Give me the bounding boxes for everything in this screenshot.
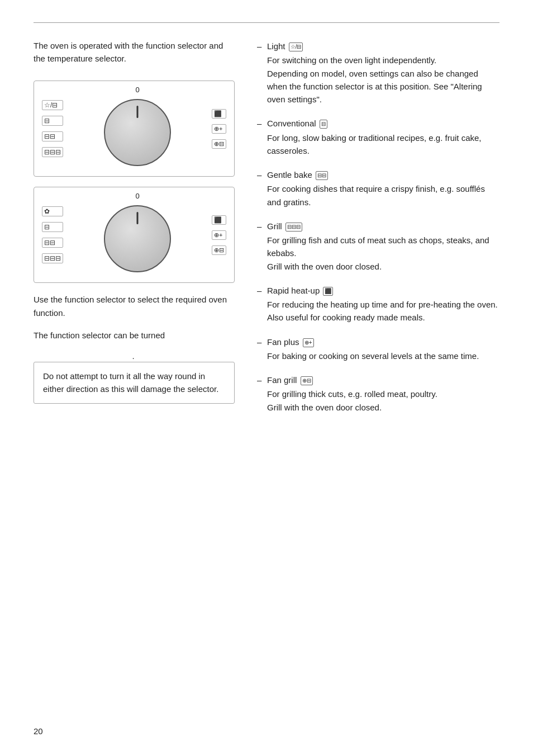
page-number: 20 <box>34 726 43 736</box>
item-desc-fan-grill: For grilling thick cuts, e.g. rolled mea… <box>267 388 499 414</box>
grill-icon: ⊟⊟⊟ <box>285 223 302 231</box>
function-text-2: The function selector can be turned <box>34 329 235 342</box>
fan-grill-icon: ⊕⊟ <box>301 376 313 385</box>
dial1-knob <box>104 99 171 166</box>
item-title-light: Light ☆/⊟ <box>267 41 303 51</box>
dial1-right-icons: ⬛ ⊕+ ⊕⊟ <box>212 109 226 149</box>
function-text-1: Use the function selector to select the … <box>34 293 235 320</box>
dial1-icon-rapid: ⬛ <box>212 109 226 119</box>
dial2-zero: 0 <box>135 192 139 200</box>
item-desc-grill: For grilling fish and cuts of meat such … <box>267 234 499 273</box>
left-column: The oven is operated with the function s… <box>34 40 235 425</box>
dial2-icon-fanplus: ⊕+ <box>212 230 226 240</box>
gentle-bake-icon: ⊟⊟ <box>316 171 328 180</box>
item-desc-gentle-bake: For cooking dishes that require a crispy… <box>267 182 499 209</box>
list-item-fan-grill: Fan grill ⊕⊟ For grilling thick cuts, e.… <box>257 374 499 414</box>
page: The oven is operated with the function s… <box>0 0 533 756</box>
top-rule <box>34 22 499 23</box>
dial2-icon-conv: ⊟ <box>42 222 63 232</box>
dial2-icon-rapid: ⬛ <box>212 215 226 225</box>
dial1-icon-light: ☆/⊟ <box>42 100 63 110</box>
item-title-fan-plus: Fan plus ⊕+ <box>267 337 314 347</box>
right-column: Light ☆/⊟ For switching on the oven ligh… <box>257 40 499 425</box>
dial1-icon-fangrill: ⊕⊟ <box>212 139 226 149</box>
feature-list: Light ☆/⊟ For switching on the oven ligh… <box>257 40 499 414</box>
dial2-icon-fangrill: ⊕⊟ <box>212 245 226 255</box>
item-title-grill: Grill ⊟⊟⊟ <box>267 221 302 231</box>
warning-text: Do not attempt to turn it all the way ro… <box>43 371 218 394</box>
item-title-conventional: Conventional ⊟ <box>267 119 327 128</box>
item-desc-conventional: For long, slow baking or traditional rec… <box>267 131 499 158</box>
item-title-fan-grill: Fan grill ⊕⊟ <box>267 375 313 385</box>
item-desc-fan-plus: For baking or cooking on several levels … <box>267 349 499 362</box>
list-item-fan-plus: Fan plus ⊕+ For baking or cooking on sev… <box>257 336 499 363</box>
list-item-grill: Grill ⊟⊟⊟ For grilling fish and cuts of … <box>257 220 499 273</box>
dial1-icon-fanplus: ⊕+ <box>212 124 226 134</box>
two-column-layout: The oven is operated with the function s… <box>34 40 499 425</box>
list-item-rapid-heatup: Rapid heat-up ⬛ For reducing the heating… <box>257 284 499 324</box>
intro-text: The oven is operated with the function s… <box>34 40 235 65</box>
dial2-center: 0 <box>69 197 206 272</box>
dial1-center: 0 <box>69 91 206 166</box>
dial-diagram-2: ✿ ⊟ ⊟⊟ ⊟⊟⊟ 0 ⬛ ⊕+ ⊕⊟ <box>34 187 235 283</box>
dial-diagram-1: ☆/⊟ ⊟ ⊟⊟ ⊟⊟⊟ 0 ⬛ ⊕+ ⊕⊟ <box>34 81 235 177</box>
item-desc-light: For switching on the oven light independ… <box>267 54 499 106</box>
dial2-icon-gentle: ⊟⊟ <box>42 238 63 248</box>
light-icon: ☆/⊟ <box>289 42 303 51</box>
item-title-gentle-bake: Gentle bake ⊟⊟ <box>267 170 328 179</box>
conventional-icon: ⊟ <box>320 120 327 129</box>
list-item-gentle-bake: Gentle bake ⊟⊟ For cooking dishes that r… <box>257 168 499 209</box>
dial2-right-icons: ⬛ ⊕+ ⊕⊟ <box>212 215 226 255</box>
dial2-left-icons: ✿ ⊟ ⊟⊟ ⊟⊟⊟ <box>42 206 63 263</box>
dial2-knob <box>104 205 171 272</box>
fan-plus-icon: ⊕+ <box>303 338 314 347</box>
list-item-conventional: Conventional ⊟ For long, slow baking or … <box>257 117 499 157</box>
item-title-rapid-heatup: Rapid heat-up ⬛ <box>267 286 333 295</box>
dial1-zero: 0 <box>135 86 139 94</box>
item-desc-rapid-heatup: For reducing the heating up time and for… <box>267 298 499 324</box>
dial2-icon-grill: ⊟⊟⊟ <box>42 253 63 263</box>
rapid-heatup-icon: ⬛ <box>323 287 333 296</box>
list-item-light: Light ☆/⊟ For switching on the oven ligh… <box>257 40 499 106</box>
dial1-icon-conv: ⊟ <box>42 116 63 126</box>
dial1-icon-gentle: ⊟⊟ <box>42 131 63 141</box>
dial2-icon-fan: ✿ <box>42 206 63 216</box>
dot-separator: . <box>34 351 235 361</box>
warning-box: Do not attempt to turn it all the way ro… <box>34 362 235 404</box>
dial1-left-icons: ☆/⊟ ⊟ ⊟⊟ ⊟⊟⊟ <box>42 100 63 157</box>
dial1-icon-grill: ⊟⊟⊟ <box>42 147 63 157</box>
